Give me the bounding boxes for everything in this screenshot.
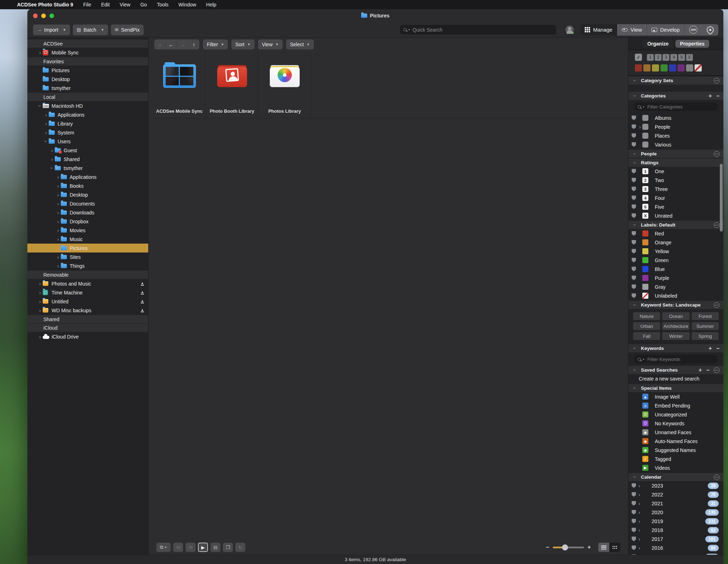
filter-dropdown[interactable]: Filter▼ [203,39,228,49]
menu-item[interactable]: Go [140,2,147,7]
expand-chevron-icon[interactable] [637,527,642,533]
tree-row[interactable]: WD Misc backups [27,306,148,315]
remove-icon[interactable]: − [706,367,710,373]
rating-row[interactable]: 3 Three [628,185,723,193]
zoom-slider[interactable] [553,547,584,548]
tag-shield-icon[interactable] [632,178,636,182]
color-swatch[interactable] [669,64,676,71]
category-row[interactable]: Various [628,140,723,149]
tag-shield-icon[interactable] [632,510,636,515]
expand-chevron-icon[interactable] [637,492,642,497]
tree-row[interactable]: Sites [27,252,148,261]
tag-shield-icon[interactable] [632,124,636,129]
category-row[interactable]: Places [628,131,723,140]
menu-item[interactable]: Help [206,2,216,7]
special-item-row[interactable]: ☻ Unnamed Faces [628,428,723,437]
expand-chevron-icon[interactable] [637,545,642,550]
calendar-year-row[interactable]: 2021 31 [628,499,723,508]
tag-shield-icon[interactable] [632,204,636,209]
tag-shield-icon[interactable] [632,554,636,555]
label-row[interactable]: Red [628,229,723,238]
tree-row[interactable]: Guest [27,146,148,155]
keyword-button[interactable]: Ocean [662,312,689,320]
special-item-row[interactable]: ∅ No Keywords [628,419,723,428]
sync-button[interactable]: ↻ [235,543,245,552]
tree-row[interactable]: Downloads [27,208,148,217]
tab-properties[interactable]: Properties [675,40,709,48]
color-swatch[interactable] [643,64,651,71]
up-button[interactable]: ↑ [188,42,199,48]
expand-chevron-icon[interactable] [37,334,43,339]
menu-item[interactable]: File [83,2,91,7]
color-swatch[interactable] [695,64,702,71]
calendar-year-row[interactable]: 2017 101 [628,534,723,543]
rating-row[interactable]: 4 Four [628,193,723,202]
rating-row[interactable]: 5 Five [628,202,723,211]
expand-chevron-icon[interactable] [43,139,49,144]
tree-row[interactable]: Desktop [27,190,148,199]
open-external-button[interactable]: ⧉▼ [156,543,171,552]
more-options-icon[interactable] [714,151,719,157]
calendar-year-row[interactable]: 2016 84 [628,543,723,552]
tag-shield-icon[interactable] [632,249,636,254]
view-mode-button[interactable]: View [617,24,647,36]
acdsee-logo-button[interactable] [702,24,718,36]
section-labels[interactable]: Labels: Default [628,221,723,229]
tag-shield-icon[interactable] [632,213,636,218]
tree-row[interactable]: Applications [27,110,148,119]
tree-row[interactable]: Movies [27,226,148,235]
label-row[interactable]: Unlabeled [628,291,723,300]
rating-box[interactable]: 3 [663,54,669,61]
tree-row[interactable]: Pictures [27,244,148,252]
expand-chevron-icon[interactable] [55,254,61,260]
label-row[interactable]: Orange [628,238,723,247]
label-row[interactable]: Green [628,256,723,265]
minimize-button[interactable] [41,14,46,18]
tree-row[interactable]: Pictures [27,66,148,75]
keyword-button[interactable]: Winter [662,332,689,340]
zoom-button[interactable] [49,14,54,18]
more-options-icon[interactable] [714,302,719,308]
expand-chevron-icon[interactable] [55,245,61,251]
tree-row[interactable]: Users [27,137,148,146]
section-people[interactable]: People [628,150,723,158]
tree-row[interactable]: Documents [27,199,148,208]
quick-search-field[interactable]: ▼ [400,25,556,34]
color-swatch[interactable] [635,64,642,71]
tag-shield-icon[interactable] [632,231,636,236]
keyword-button[interactable]: Summer [692,322,719,330]
label-row[interactable]: Blue [628,265,723,273]
keyword-button[interactable]: Architecture [662,322,689,330]
tag-shield-icon[interactable] [632,546,636,550]
category-checkbox[interactable] [642,124,648,130]
filter-keywords-field[interactable]: ▼ Filter Keywords [634,355,718,363]
section-keyword-sets[interactable]: Keyword Sets: Landscape [628,301,723,309]
more-options-icon[interactable] [714,78,719,84]
expand-chevron-icon[interactable] [49,156,55,162]
remove-icon[interactable]: − [716,93,719,99]
menu-item[interactable]: Window [178,2,196,7]
keyword-button[interactable]: Urban [633,322,660,330]
chevron-down-icon[interactable] [632,302,638,308]
eject-icon[interactable] [141,291,144,294]
tree-row[interactable]: Local [27,93,148,101]
expand-chevron-icon[interactable] [55,228,61,233]
tag-shield-icon[interactable] [632,501,636,506]
tag-shield-icon[interactable] [632,240,636,245]
sendpix-button[interactable]: ✉ SendPix [111,25,144,35]
tree-row[interactable]: System [27,128,148,137]
expand-chevron-icon[interactable] [55,183,61,188]
calendar-year-row[interactable]: 2023 28 [628,481,723,490]
expand-chevron-icon[interactable] [637,536,642,542]
add-icon[interactable]: + [708,93,712,99]
home-button[interactable]: ⌂ [154,42,165,48]
expand-chevron-icon[interactable] [43,112,49,117]
color-swatch[interactable] [678,64,685,71]
tree-row[interactable]: Macintosh HD [27,101,148,110]
tree-row[interactable]: Music [27,235,148,244]
chevron-down-icon[interactable] [632,222,638,228]
section-keywords[interactable]: Keywords +− [628,344,723,352]
stack-button[interactable]: ❐ [223,543,233,552]
tree-row[interactable]: Things [27,261,148,270]
expand-chevron-icon[interactable] [55,210,61,215]
